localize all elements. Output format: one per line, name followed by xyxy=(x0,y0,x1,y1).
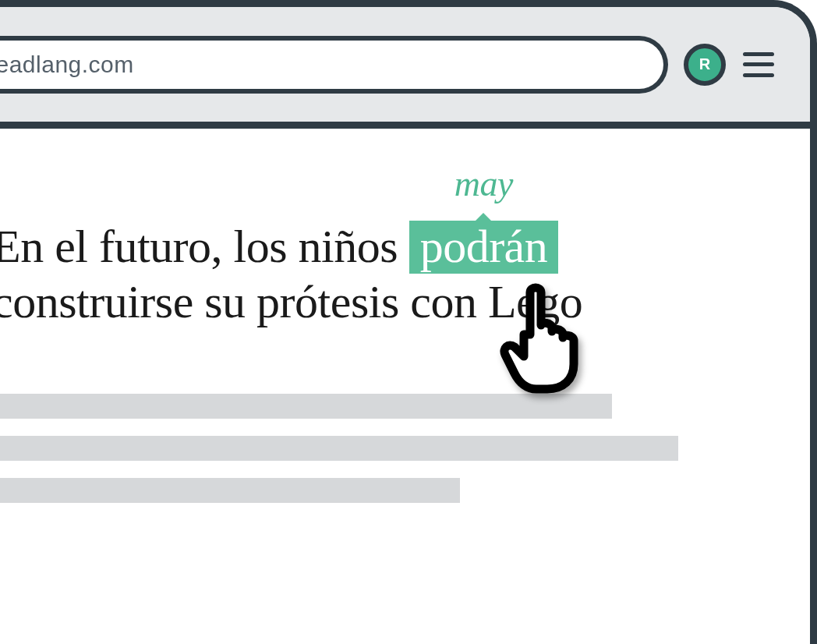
highlighted-word-text: podrán xyxy=(420,221,548,272)
headline-text-before[interactable]: En el futuro, los niños xyxy=(0,221,409,272)
translation-tooltip: may xyxy=(454,165,513,204)
headline-line-1: En el futuro, los niños may podrán xyxy=(0,221,558,272)
browser-window: readlang.com R En el futuro, los niños m… xyxy=(0,0,817,644)
address-bar-url: readlang.com xyxy=(0,51,134,78)
readlang-extension-badge[interactable]: R xyxy=(684,44,726,86)
address-bar[interactable]: readlang.com xyxy=(0,36,668,94)
placeholder-line xyxy=(0,436,678,461)
extension-badge-letter: R xyxy=(699,55,710,73)
browser-toolbar: readlang.com R xyxy=(0,7,810,129)
placeholder-line xyxy=(0,478,460,503)
headline-line-2[interactable]: construirse su prótesis con Lego xyxy=(0,276,582,327)
hamburger-menu-icon[interactable] xyxy=(743,52,774,77)
page-content: En el futuro, los niños may podrán const… xyxy=(0,129,810,503)
highlighted-word[interactable]: may podrán xyxy=(409,221,559,274)
placeholder-line xyxy=(0,394,612,419)
body-text-placeholder xyxy=(0,394,810,503)
tooltip-arrow-icon xyxy=(474,213,493,222)
